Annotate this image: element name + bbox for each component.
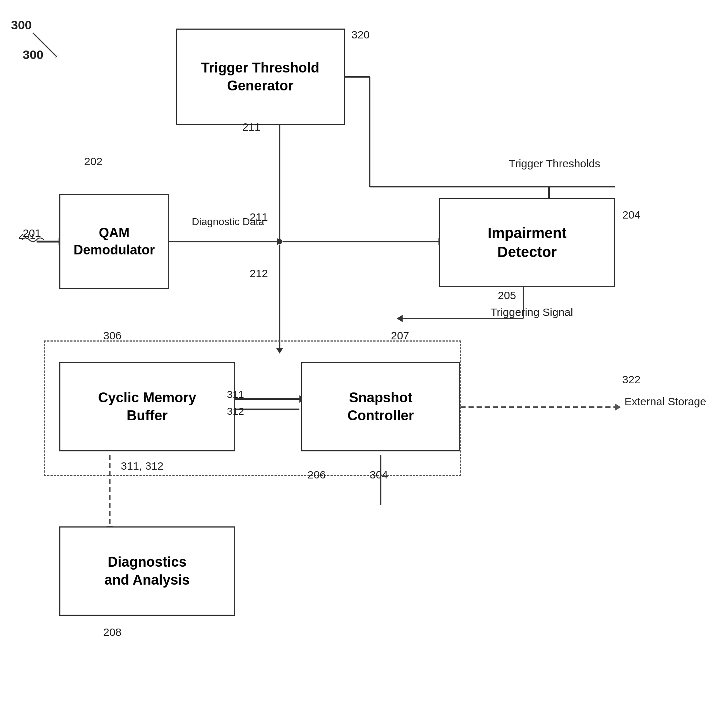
- external-storage-label: External Storage: [624, 395, 706, 408]
- diagnostic-data-label: Diagnostic Data: [192, 216, 264, 228]
- svg-point-8: [277, 239, 282, 244]
- svg-marker-16: [397, 315, 403, 322]
- svg-marker-29: [54, 54, 59, 59]
- cyclic-memory-buffer-box: Cyclic Memory Buffer: [59, 362, 235, 451]
- ref-211-top-label: 211: [242, 121, 261, 133]
- ref-306-label: 306: [103, 329, 122, 342]
- ref-212-label: 212: [249, 267, 268, 280]
- ref-300-label: 300: [23, 48, 44, 62]
- trigger-threshold-generator-box: Trigger Threshold Generator: [176, 29, 345, 125]
- ref-311-arrow-label: 311: [227, 389, 244, 400]
- diagnostics-analysis-box: Diagnostics and Analysis: [59, 527, 235, 616]
- ref-205-label: 205: [498, 289, 516, 302]
- ref-206-label: 206: [307, 469, 326, 481]
- trigger-threshold-generator-label: Trigger Threshold Generator: [201, 59, 319, 95]
- impairment-detector-label: Impairment Detector: [487, 223, 567, 261]
- ref-204-label: 204: [622, 209, 641, 221]
- snapshot-controller-label: Snapshot Controller: [347, 389, 414, 425]
- ref-304-label: 304: [370, 469, 388, 481]
- diagram: 300 Trigger Threshold Generator 320 Trig…: [0, 0, 728, 708]
- svg-marker-1: [277, 238, 283, 245]
- ref-201-label: 201: [23, 227, 41, 239]
- impairment-detector-box: Impairment Detector: [439, 198, 615, 287]
- diagnostics-analysis-label: Diagnostics and Analysis: [104, 553, 190, 589]
- cyclic-memory-buffer-label: Cyclic Memory Buffer: [98, 389, 196, 425]
- triggering-signal-label: Triggering Signal: [490, 306, 573, 319]
- qam-demodulator-label: QAM Demodulator: [74, 224, 155, 259]
- svg-marker-18: [615, 403, 621, 411]
- ref-320-label: 320: [351, 29, 370, 41]
- trigger-thresholds-label: Trigger Thresholds: [509, 157, 600, 170]
- ref-202-label: 202: [84, 155, 103, 168]
- ref-312-arrow-label: 312: [227, 406, 244, 417]
- ref-208-label: 208: [103, 626, 122, 638]
- snapshot-controller-box: Snapshot Controller: [301, 362, 460, 451]
- ref-207-label: 207: [391, 329, 409, 342]
- qam-demodulator-box: QAM Demodulator: [59, 194, 169, 289]
- ref-322-label: 322: [622, 373, 641, 386]
- ref-300-arrow: 300: [0, 0, 73, 73]
- svg-text:300: 300: [11, 18, 32, 32]
- ref-311-312-label: 311, 312: [121, 460, 164, 472]
